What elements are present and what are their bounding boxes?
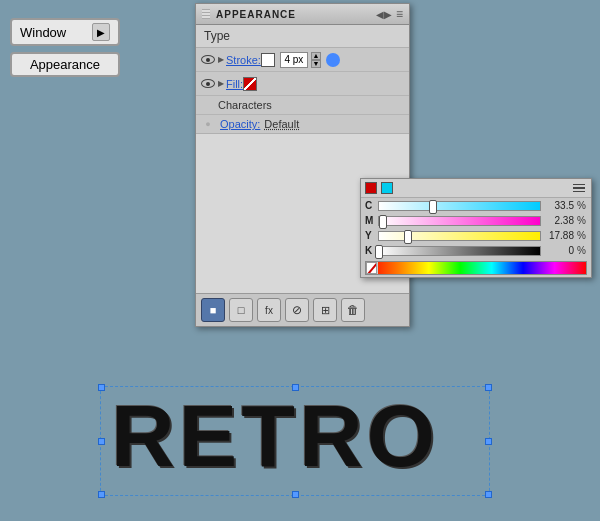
type-row: Type — [196, 25, 409, 48]
color-panel-menu-icon[interactable] — [571, 180, 587, 196]
stroke-row: ▶ Stroke: ▲ ▼ — [196, 48, 409, 72]
y-value: 17.88 — [544, 230, 574, 241]
color-swatch-none[interactable] — [365, 182, 377, 194]
stroke-expand-icon[interactable]: ▶ — [218, 55, 224, 64]
characters-row: Characters — [196, 96, 409, 115]
m-pct: % — [577, 215, 587, 226]
appearance-button[interactable]: Appearance — [10, 52, 120, 77]
stroke-increment-button[interactable]: ▲ — [311, 52, 321, 60]
cmyk-k-row: K 0 % — [361, 243, 591, 258]
y-pct: % — [577, 230, 587, 241]
appearance-label: Appearance — [30, 57, 100, 72]
c-label: C — [365, 200, 375, 211]
color-panel-header — [361, 179, 591, 198]
k-value: 0 — [544, 245, 574, 256]
type-label: Type — [204, 29, 230, 43]
m-value: 2.38 — [544, 215, 574, 226]
handle-bottom-right[interactable] — [485, 491, 492, 498]
m-thumb[interactable] — [379, 215, 387, 229]
y-slider[interactable] — [378, 231, 541, 241]
stroke-decrement-button[interactable]: ▼ — [311, 60, 321, 68]
new-layer-button[interactable]: ■ — [201, 298, 225, 322]
panel-collapse-icon[interactable]: ◀▶ — [376, 9, 392, 20]
cmyk-y-row: Y 17.88 % — [361, 228, 591, 243]
y-label: Y — [365, 230, 375, 241]
fx-button[interactable]: fx — [257, 298, 281, 322]
grid-button[interactable]: ⊞ — [313, 298, 337, 322]
color-spectrum[interactable] — [365, 261, 587, 275]
cmyk-c-row: C 33.5 % — [361, 198, 591, 213]
stroke-options-icon[interactable] — [326, 53, 340, 67]
trash-button[interactable]: 🗑 — [341, 298, 365, 322]
k-thumb[interactable] — [375, 245, 383, 259]
y-thumb[interactable] — [404, 230, 412, 244]
c-value: 33.5 — [544, 200, 574, 211]
color-swatch-cyan[interactable] — [381, 182, 393, 194]
stroke-visibility-toggle[interactable] — [200, 54, 216, 66]
handle-bottom-middle[interactable] — [292, 491, 299, 498]
rectangle-button[interactable]: □ — [229, 298, 253, 322]
k-label: K — [365, 245, 375, 256]
window-label: Window — [20, 25, 66, 40]
stroke-value-input[interactable] — [280, 52, 308, 68]
stroke-color-swatch[interactable] — [261, 53, 275, 67]
k-pct: % — [577, 245, 587, 256]
retro-text[interactable]: RETRO — [101, 387, 489, 485]
c-pct: % — [577, 200, 587, 211]
appearance-panel: APPEARANCE ◀▶ ≡ Type ▶ Stroke: ▲ ▼ — [195, 3, 410, 327]
panel-title: APPEARANCE — [216, 9, 296, 20]
stroke-steppers: ▲ ▼ — [311, 52, 321, 68]
spectrum-none-swatch[interactable] — [366, 262, 378, 274]
opacity-label[interactable]: Opacity: — [220, 118, 260, 130]
chevron-right-icon: ▶ — [92, 23, 110, 41]
panel-menu-icon[interactable]: ≡ — [396, 7, 403, 21]
c-thumb[interactable] — [429, 200, 437, 214]
window-button[interactable]: Window ▶ — [10, 18, 120, 46]
retro-selection-box: RETRO — [100, 386, 490, 496]
m-slider[interactable] — [378, 216, 541, 226]
cmyk-m-row: M 2.38 % — [361, 213, 591, 228]
panel-body: Type ▶ Stroke: ▲ ▼ ▶ — [196, 25, 409, 133]
fill-expand-icon[interactable]: ▶ — [218, 79, 224, 88]
fill-label[interactable]: Fill: — [226, 78, 243, 90]
color-panel: C 33.5 % M 2.38 % Y 17.88 % K 0 — [360, 178, 592, 278]
panel-footer: ■ □ fx ⊘ ⊞ 🗑 — [196, 293, 409, 326]
panel-titlebar: APPEARANCE ◀▶ ≡ — [196, 4, 409, 25]
top-buttons: Window ▶ Appearance — [10, 18, 120, 77]
handle-bottom-left[interactable] — [98, 491, 105, 498]
stroke-label[interactable]: Stroke: — [226, 54, 261, 66]
fill-visibility-toggle[interactable] — [200, 78, 216, 90]
opacity-row: ● Opacity: Default — [196, 115, 409, 133]
opacity-value[interactable]: Default — [264, 118, 299, 130]
m-label: M — [365, 215, 375, 226]
panel-drag-handle — [202, 9, 210, 19]
characters-label: Characters — [218, 99, 272, 111]
fill-row: ▶ Fill: — [196, 72, 409, 96]
stroke-controls: ▲ ▼ — [280, 52, 340, 68]
k-slider[interactable] — [378, 246, 541, 256]
fill-color-swatch[interactable] — [243, 77, 257, 91]
c-slider[interactable] — [378, 201, 541, 211]
circle-button[interactable]: ⊘ — [285, 298, 309, 322]
opacity-visibility-icon: ● — [200, 118, 216, 130]
